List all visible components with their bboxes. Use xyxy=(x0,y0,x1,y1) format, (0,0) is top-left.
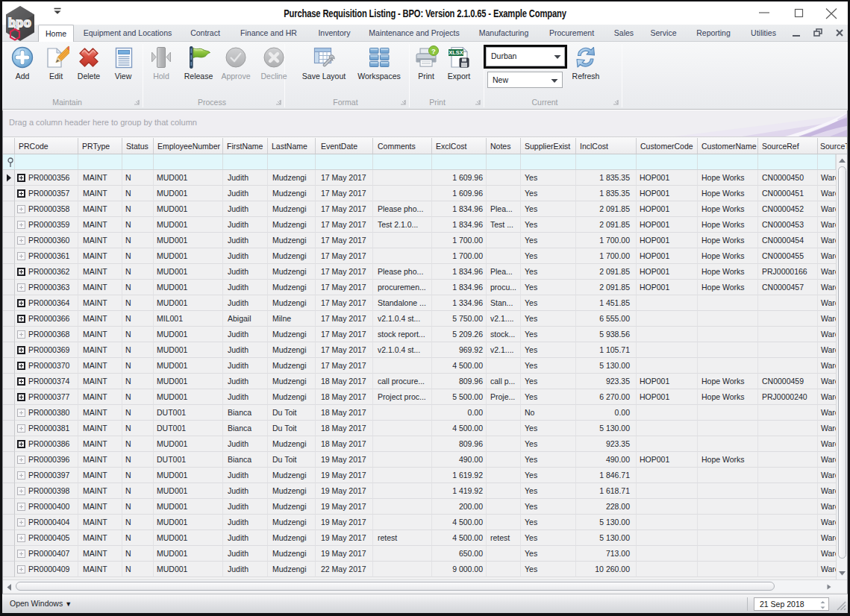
svg-text:bpo: bpo xyxy=(8,16,31,29)
svg-text:XLSX: XLSX xyxy=(449,49,463,56)
svg-text:?: ? xyxy=(431,47,436,55)
